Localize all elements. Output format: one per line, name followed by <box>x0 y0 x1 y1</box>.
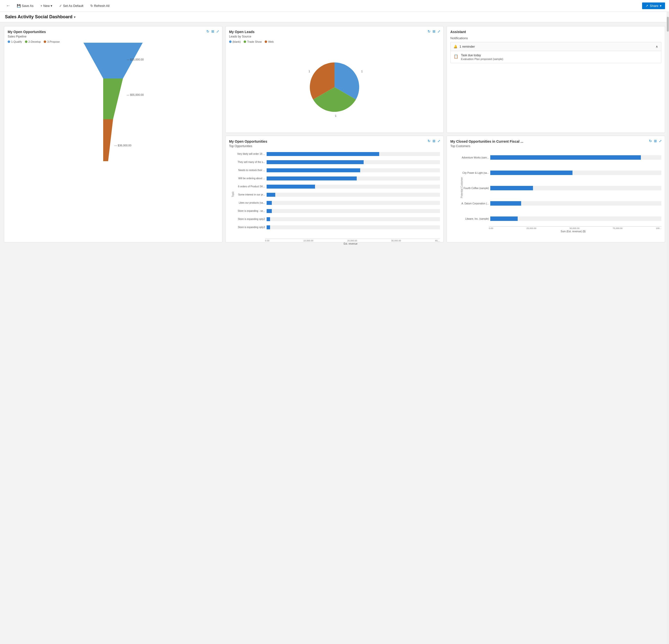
funnel-label-propose: — $36,000.00 <box>114 144 131 147</box>
bar-track <box>267 168 440 172</box>
legend-item-trade-show: Trade Show <box>244 40 262 43</box>
bar-track <box>267 176 440 181</box>
bar-row: Store is expanding opty3 <box>233 225 440 229</box>
closed-opps-title: My Closed Opportunities in Current Fisca… <box>450 140 661 143</box>
closed-opps-bar-label: Fourth Coffee (sample) <box>454 187 489 189</box>
closed-opps-expand-icon[interactable]: ⤢ <box>659 139 662 143</box>
set-default-label: Set As Default <box>63 4 83 8</box>
closed-opps-bar-row: City Power & Light (sa... <box>454 171 661 175</box>
pie-label-trade-show: 1 <box>361 70 362 73</box>
back-button[interactable]: ← <box>4 2 12 9</box>
x-tick: 40,... <box>435 240 440 242</box>
refresh-all-button[interactable]: ↻ Refresh All <box>88 2 112 9</box>
closed-opps-bar-fill <box>490 171 572 175</box>
new-button[interactable]: + New ▾ <box>38 2 55 9</box>
open-opps-bottom-subtitle: Top Opportunities <box>229 144 440 148</box>
bar-label: They sell many of the s... <box>233 161 265 163</box>
pie-chart: 1 1 1 <box>229 45 440 129</box>
open-opps-bottom-save-icon[interactable]: ⊞ <box>432 139 436 143</box>
page-title-chevron[interactable]: ▾ <box>74 15 75 19</box>
bar-row: 6 orders of Product SK... <box>233 185 440 189</box>
bar-row: Needs to restock their ... <box>233 168 440 172</box>
funnel-segment-propose <box>103 119 113 161</box>
legend-label-trade-show: Trade Show <box>247 40 262 43</box>
open-leads-expand-icon[interactable]: ⤢ <box>438 29 440 33</box>
notifications-title: Notifications <box>450 36 661 40</box>
open-opps-expand-icon[interactable]: ⤢ <box>216 29 219 33</box>
back-icon: ← <box>6 3 10 8</box>
set-default-button[interactable]: ✓ Set As Default <box>57 2 86 9</box>
closed-opps-bar-track <box>490 201 661 205</box>
bar-label: Store is expanding opty3 <box>233 226 265 229</box>
save-as-button[interactable]: 💾 Save As <box>14 2 36 9</box>
closed-opps-chart: Potential Customer Adventure Works (sam.… <box>450 150 661 234</box>
save-as-label: Save As <box>22 4 33 8</box>
x-axis-label: Est. revenue <box>261 242 440 245</box>
reminder-item: 📋 Task due today Evaluation Plan propose… <box>450 51 661 63</box>
funnel-label-develop: — $55,000.00 <box>127 93 144 96</box>
set-default-icon: ✓ <box>59 4 62 8</box>
scrollbar-thumb[interactable] <box>667 17 669 32</box>
open-opps-refresh-icon[interactable]: ↻ <box>207 29 209 33</box>
open-opps-bottom-chart: Topic Very likely will order 18 ... They… <box>229 150 440 239</box>
x-axis-ticks: 0.00 10,000.00 20,000.00 30,000.00 40,..… <box>265 239 440 242</box>
open-leads-refresh-icon[interactable]: ↻ <box>428 29 430 33</box>
funnel-svg: — $25,000.00 — $55,000.00 — $36,000.00 <box>79 43 148 161</box>
bar-row: Very likely will order 18 ... <box>233 152 440 156</box>
bar-row: Will be ordering about ... <box>233 176 440 181</box>
closed-opps-bar-track <box>490 171 661 175</box>
x-tick: 0.00 <box>265 240 270 242</box>
open-leads-save-icon[interactable]: ⊞ <box>432 29 436 33</box>
closed-opps-bar-label: A. Datum Corporation (... <box>454 202 489 205</box>
page-title-bar: Sales Activity Social Dashboard ▾ <box>0 12 669 22</box>
closed-opps-bar-track <box>490 216 661 221</box>
bar-fill <box>267 217 270 221</box>
refresh-icon: ↻ <box>90 4 93 8</box>
open-opps-save-icon[interactable]: ⊞ <box>211 29 214 33</box>
bar-row: They sell many of the s... <box>233 160 440 164</box>
bar-label: Likes our products (sa... <box>233 201 265 204</box>
open-opps-bottom-refresh-icon[interactable]: ↻ <box>428 139 430 143</box>
reminder-header[interactable]: 🔔 1 reminder ∧ <box>450 42 661 51</box>
bar-fill <box>267 225 270 229</box>
closed-opps-y-axis-label: Potential Customer <box>460 177 463 198</box>
closed-opps-bar-row: Adventure Works (sam... <box>454 155 661 160</box>
closed-opps-refresh-icon[interactable]: ↻ <box>649 139 652 143</box>
bar-track <box>267 209 440 213</box>
bar-fill <box>267 201 272 205</box>
closed-opps-bar-label: Adventure Works (sam... <box>454 156 489 159</box>
new-dropdown-icon: ▾ <box>51 4 52 8</box>
bar-track <box>267 160 440 164</box>
open-opps-subtitle: Sales Pipeline <box>8 35 219 38</box>
bar-fill <box>267 176 357 181</box>
task-icon: 📋 <box>454 54 458 59</box>
bar-fill <box>267 160 364 164</box>
scrollbar[interactable] <box>667 12 669 246</box>
bar-label: Some interest in our pr... <box>233 193 265 196</box>
bar-label: Store is expanding opty2 <box>233 218 265 220</box>
reminder-chevron: ∧ <box>656 45 658 48</box>
open-opps-bottom-actions: ↻ ⊞ ⤢ <box>428 139 440 143</box>
bar-label: Needs to restock their ... <box>233 169 265 172</box>
refresh-label: Refresh All <box>94 4 110 8</box>
reminder-header-left: 🔔 1 reminder <box>454 45 475 48</box>
reminder-text: Task due today Evaluation Plan proposed … <box>461 54 503 60</box>
open-opps-bottom-expand-icon[interactable]: ⤢ <box>438 139 440 143</box>
legend-item-3-propose: 3-Propose <box>44 40 60 43</box>
share-button[interactable]: ↗ Share ▾ <box>642 2 665 9</box>
assistant-card: Assistant Notifications 🔔 1 reminder ∧ 📋… <box>446 26 665 133</box>
bar-row: Store is expanding - se... <box>233 209 440 213</box>
legend-item-blank: (blank) <box>229 40 241 43</box>
open-leads-actions: ↻ ⊞ ⤢ <box>428 29 440 33</box>
bar-track <box>267 225 440 229</box>
closed-opps-save-icon[interactable]: ⊞ <box>654 139 657 143</box>
x-tick: 20,000.00 <box>347 240 357 242</box>
bar-track <box>267 201 440 205</box>
bar-fill <box>267 193 275 197</box>
closed-opps-bar-label: City Power & Light (sa... <box>454 172 489 174</box>
legend-dot-1-qualify <box>8 41 10 43</box>
legend-item-web: Web <box>265 40 273 43</box>
bar-label: Very likely will order 18 ... <box>233 153 265 155</box>
open-leads-title: My Open Leads <box>229 30 440 34</box>
closed-opps-bar-fill <box>490 201 521 205</box>
